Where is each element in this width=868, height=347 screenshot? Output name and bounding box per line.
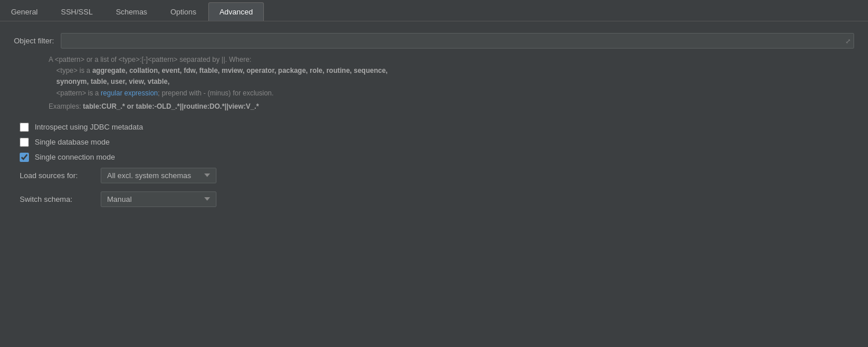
object-filter-input-wrapper: ⤢ bbox=[61, 33, 854, 49]
switch-schema-label: Switch schema: bbox=[20, 195, 101, 204]
tab-general[interactable]: General bbox=[0, 2, 49, 21]
tab-options[interactable]: Options bbox=[159, 2, 207, 21]
description-line4: <pattern> is a regular expression; prepe… bbox=[49, 88, 854, 99]
checkbox-row-introspect: Introspect using JDBC metadata bbox=[14, 123, 854, 132]
load-sources-label: Load sources for: bbox=[20, 171, 101, 180]
regular-expression-link[interactable]: regular expression bbox=[101, 89, 158, 97]
description-line1: A <pattern> or a list of <type>:[-]<patt… bbox=[49, 54, 854, 65]
object-filter-row: Object filter: ⤢ bbox=[14, 33, 854, 49]
checkbox-single-db[interactable] bbox=[20, 138, 29, 147]
description-line2: <type> is a aggregate, collation, event,… bbox=[49, 65, 854, 76]
tab-schemas[interactable]: Schemas bbox=[105, 2, 158, 21]
switch-schema-select[interactable]: Manual Automatic bbox=[101, 191, 216, 207]
checkbox-row-single-db: Single database mode bbox=[14, 138, 854, 147]
checkbox-introspect-label: Introspect using JDBC metadata bbox=[35, 123, 143, 131]
load-sources-select[interactable]: All excl. system schemas All None bbox=[101, 168, 216, 183]
tab-bar: General SSH/SSL Schemas Options Advanced bbox=[0, 0, 868, 21]
checkbox-introspect[interactable] bbox=[20, 123, 29, 132]
load-sources-row: Load sources for: All excl. system schem… bbox=[14, 168, 854, 183]
checkbox-single-conn-label: Single connection mode bbox=[35, 153, 115, 161]
description-line3: synonym, table, user, view, vtable, bbox=[49, 76, 854, 87]
tab-advanced[interactable]: Advanced bbox=[208, 2, 264, 21]
checkbox-single-db-label: Single database mode bbox=[35, 138, 109, 146]
description-examples: Examples: table:CUR_.* or table:-OLD_.*|… bbox=[49, 101, 854, 112]
main-content: Object filter: ⤢ A <pattern> or a list o… bbox=[0, 21, 868, 227]
checkbox-row-single-conn: Single connection mode bbox=[14, 153, 854, 162]
description-block: A <pattern> or a list of <type>:[-]<patt… bbox=[49, 54, 854, 112]
object-filter-input[interactable] bbox=[61, 33, 854, 49]
switch-schema-row: Switch schema: Manual Automatic bbox=[14, 191, 854, 207]
object-filter-label: Object filter: bbox=[14, 36, 54, 45]
checkbox-single-conn[interactable] bbox=[20, 153, 29, 162]
tab-sshssl[interactable]: SSH/SSL bbox=[50, 2, 104, 21]
